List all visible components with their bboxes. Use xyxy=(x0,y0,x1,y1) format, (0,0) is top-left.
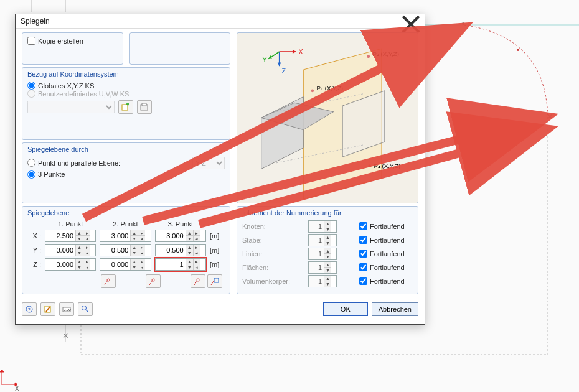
radio-parallel[interactable]: Punkt und parallele Ebene: xyxy=(27,159,120,167)
pick-point-3[interactable] xyxy=(191,274,205,288)
close-button[interactable] xyxy=(401,14,421,28)
svg-point-49 xyxy=(82,306,87,310)
inc-lines-cont[interactable]: Fortlaufend xyxy=(359,250,413,258)
inc-solids-cont[interactable]: Fortlaufend xyxy=(359,277,413,285)
coord-system-group: Bezug auf Koordinatensystem Globales X,Y… xyxy=(22,67,230,140)
placeholder-panel xyxy=(129,32,231,65)
radio-user: Benutzerdefiniertes U,V,W KS xyxy=(27,90,225,98)
svg-point-19 xyxy=(107,279,110,281)
inc-members-input[interactable]: ▲▼ xyxy=(308,234,337,246)
pick-plane-button[interactable] xyxy=(207,274,222,288)
radio-global-input[interactable] xyxy=(27,82,35,90)
inc-surfaces-input[interactable]: ▲▼ xyxy=(308,261,337,274)
mirror-dialog: Spiegeln Kopie erstellen Bezug auf Koord… xyxy=(15,14,425,325)
z2-input[interactable]: ▲▼▸◂ xyxy=(100,258,151,271)
new-cs-button[interactable] xyxy=(118,100,133,114)
y2-input[interactable]: ▲▼▸◂ xyxy=(100,244,151,256)
svg-rect-15 xyxy=(122,105,128,110)
plane-points-group: Spiegelebene 1. Punkt 2. Punkt 3. Punkt … xyxy=(22,206,230,294)
axis-y: Y : xyxy=(27,246,41,254)
cancel-button[interactable]: Abbrechen xyxy=(372,302,418,316)
svg-text:Z: Z xyxy=(282,67,286,75)
radio-global[interactable]: Globales X,Y,Z KS xyxy=(27,82,225,90)
svg-rect-18 xyxy=(142,103,146,106)
inc-row-nodes: Knoten: ▲▼ Fortlaufend xyxy=(242,220,413,233)
svg-point-4 xyxy=(462,22,464,25)
axis-x-label: X xyxy=(15,385,19,392)
axis-z: Z : xyxy=(27,261,41,268)
svg-text:0.00: 0.00 xyxy=(64,308,71,312)
ok-button[interactable]: OK xyxy=(323,302,368,316)
inc-solids-input[interactable]: ▲▼ xyxy=(308,275,337,287)
inc-nodes-cont[interactable]: Fortlaufend xyxy=(359,222,413,230)
inc-nodes-input[interactable]: ▲▼ xyxy=(308,220,337,233)
units-button[interactable]: 0.00 xyxy=(59,302,74,316)
parallel-plane-select: Y-Z xyxy=(192,157,225,169)
increment-title: Inkrement der Nummerierung für xyxy=(242,209,413,217)
svg-text:Y: Y xyxy=(263,56,267,63)
unit-x: [m] xyxy=(210,232,225,240)
unit-y: [m] xyxy=(210,246,225,254)
copy-checkbox[interactable] xyxy=(27,37,35,45)
svg-marker-24 xyxy=(293,50,296,54)
svg-text:?: ? xyxy=(28,307,31,312)
preview-panel: X Y Z P₁ (X,Y,Z) P₂ (X,Y,Z) P₃ (X,Y,Z) xyxy=(237,32,418,203)
svg-line-50 xyxy=(86,310,88,312)
svg-marker-11 xyxy=(15,383,17,386)
inc-surfaces-cont[interactable]: Fortlaufend xyxy=(359,263,413,271)
svg-text:✕: ✕ xyxy=(62,331,69,340)
inc-row-members: Stäbe: ▲▼ Fortlaufend xyxy=(242,234,413,246)
svg-point-37 xyxy=(368,164,371,167)
help-button[interactable]: ? xyxy=(22,302,37,316)
inc-lines-input[interactable]: ▲▼ xyxy=(308,248,337,260)
pick-point-2[interactable] xyxy=(146,274,161,288)
edit-button[interactable] xyxy=(40,302,55,316)
plane-by-group: Spiegelebene durch Punkt und parallele E… xyxy=(22,142,230,203)
y3-input[interactable]: ▲▼▸◂ xyxy=(155,244,206,256)
svg-marker-13 xyxy=(0,370,4,372)
zoom-button[interactable] xyxy=(78,302,93,316)
axis-x: X : xyxy=(27,232,41,240)
x2-input[interactable]: ▲▼▸◂ xyxy=(100,230,151,242)
col-head-3: 3. Punkt xyxy=(155,220,206,228)
svg-text:X: X xyxy=(299,48,303,55)
radio-3points-input[interactable] xyxy=(27,170,35,179)
svg-point-5 xyxy=(517,49,519,51)
svg-marker-28 xyxy=(278,62,281,66)
y1-input[interactable]: ▲▼▸◂ xyxy=(45,244,96,256)
inc-row-surfaces: Flächen: ▲▼ Fortlaufend xyxy=(242,261,413,274)
user-cs-select xyxy=(27,101,115,113)
z3-input[interactable]: ▲▼▸◂ xyxy=(155,258,206,271)
svg-text:P₁ (X,Y,Z): P₁ (X,Y,Z) xyxy=(317,85,343,91)
inc-row-solids: Volumenkörper: ▲▼ Fortlaufend xyxy=(242,275,413,287)
coord-title: Bezug auf Koordinatensystem xyxy=(27,70,225,78)
inc-members-cont[interactable]: Fortlaufend xyxy=(359,236,413,244)
z1-input[interactable]: ▲▼▸◂ xyxy=(45,258,96,271)
svg-point-21 xyxy=(197,279,199,281)
col-head-2: 2. Punkt xyxy=(100,220,151,228)
svg-point-33 xyxy=(311,89,314,92)
plane-title: Spiegelebene xyxy=(27,209,225,217)
copy-panel: Kopie erstellen xyxy=(22,32,123,65)
x3-input[interactable]: ▲▼▸◂ xyxy=(155,230,206,242)
increment-group: Inkrement der Nummerierung für Knoten: ▲… xyxy=(237,206,418,294)
copy-checkbox-text: Kopie erstellen xyxy=(38,37,83,45)
radio-user-input xyxy=(27,90,35,98)
svg-text:✕: ✕ xyxy=(547,112,553,121)
col-head-1: 1. Punkt xyxy=(45,220,96,228)
svg-rect-22 xyxy=(214,278,219,282)
svg-text:P₃ (X,Y,Z): P₃ (X,Y,Z) xyxy=(374,162,400,169)
x1-input[interactable]: ▲▼▸◂ xyxy=(45,230,96,242)
copy-checkbox-label[interactable]: Kopie erstellen xyxy=(27,37,118,45)
inc-row-lines: Linien: ▲▼ Fortlaufend xyxy=(242,248,413,260)
svg-point-35 xyxy=(367,55,370,58)
radio-parallel-input[interactable] xyxy=(27,159,35,167)
pick-point-1[interactable] xyxy=(101,274,116,288)
cs-library-button[interactable] xyxy=(137,100,152,114)
radio-3points[interactable]: 3 Punkte xyxy=(27,170,225,179)
dialog-title: Spiegeln xyxy=(21,17,401,26)
svg-text:P₂ (X,Y,Z): P₂ (X,Y,Z) xyxy=(373,50,399,57)
svg-point-20 xyxy=(152,279,154,281)
plane-by-title: Spiegelebene durch xyxy=(27,146,225,153)
unit-z: [m] xyxy=(210,261,225,268)
